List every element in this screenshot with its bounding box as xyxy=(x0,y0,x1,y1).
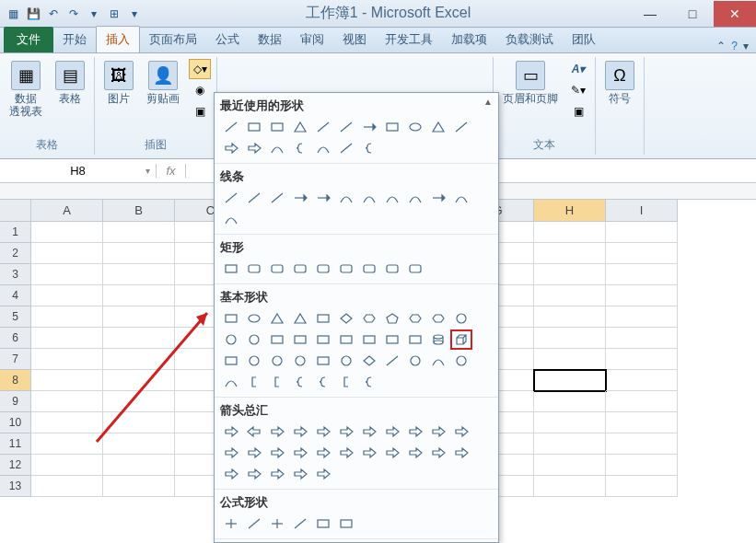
cell-A4[interactable] xyxy=(31,285,103,306)
cell-B4[interactable] xyxy=(103,285,175,306)
cell-H1[interactable] xyxy=(534,222,606,243)
cell-I11[interactable] xyxy=(606,433,678,455)
cell-A11[interactable] xyxy=(31,433,103,455)
tab-team[interactable]: 团队 xyxy=(563,27,605,52)
col-header-I[interactable]: I xyxy=(606,200,678,222)
shape-rarrow[interactable] xyxy=(404,422,426,442)
cell-B11[interactable] xyxy=(103,433,175,455)
shape-rect[interactable] xyxy=(312,329,334,350)
screenshot-button[interactable]: ▣ xyxy=(189,101,211,121)
shapes-button[interactable]: ◇▾ xyxy=(189,59,211,79)
tab-formulas[interactable]: 公式 xyxy=(206,27,249,52)
shape-line[interactable] xyxy=(243,188,265,208)
shape-line[interactable] xyxy=(266,188,288,208)
shape-rarrow[interactable] xyxy=(381,443,403,463)
cell-B2[interactable] xyxy=(103,243,175,264)
panel-scroll-up-icon[interactable]: ▲ xyxy=(483,97,496,110)
shape-rarrow[interactable] xyxy=(358,443,380,463)
cell-B5[interactable] xyxy=(103,306,175,328)
shape-rect[interactable] xyxy=(335,329,357,350)
shape-rrect[interactable] xyxy=(312,259,334,279)
shape-curve[interactable] xyxy=(312,138,334,158)
shape-hex[interactable] xyxy=(427,308,449,329)
shape-rarrow[interactable] xyxy=(335,422,357,442)
shape-rect[interactable] xyxy=(358,329,380,350)
cell-B3[interactable] xyxy=(103,264,175,285)
cell-I3[interactable] xyxy=(606,264,678,285)
smartart-button[interactable]: ◉ xyxy=(189,80,211,100)
shape-rect[interactable] xyxy=(404,329,426,350)
shape-rarrow[interactable] xyxy=(335,443,357,463)
cell-A8[interactable] xyxy=(31,370,103,391)
tab-developer[interactable]: 开发工具 xyxy=(376,27,442,52)
shape-larrow[interactable] xyxy=(243,422,265,442)
tab-home[interactable]: 开始 xyxy=(53,27,96,52)
shape-diamond[interactable] xyxy=(335,308,357,329)
tab-insert[interactable]: 插入 xyxy=(96,26,140,52)
shape-rect[interactable] xyxy=(243,117,265,137)
tab-addins[interactable]: 加载项 xyxy=(442,27,496,52)
shape-rect[interactable] xyxy=(312,514,334,534)
shape-line[interactable] xyxy=(335,117,357,137)
row-header-8[interactable]: 8 xyxy=(0,370,31,391)
shape-rarrow[interactable] xyxy=(427,443,449,463)
shape-rarrow[interactable] xyxy=(289,464,311,484)
cell-A7[interactable] xyxy=(31,349,103,370)
shape-rect[interactable] xyxy=(266,117,288,137)
shape-rarrow[interactable] xyxy=(220,138,242,158)
qa-dropdown-icon[interactable]: ▾ xyxy=(125,5,144,23)
shape-bracket[interactable] xyxy=(266,372,288,392)
shape-rect[interactable] xyxy=(312,351,334,371)
shape-plus[interactable] xyxy=(220,514,242,534)
picture-button[interactable]: 🖼 图片 xyxy=(100,59,137,107)
shape-rarrow[interactable] xyxy=(220,443,242,463)
shape-plus[interactable] xyxy=(266,514,288,534)
help-icon[interactable]: ? xyxy=(731,40,738,52)
tab-pagelayout[interactable]: 页面布局 xyxy=(140,27,206,52)
shape-rarrow[interactable] xyxy=(381,422,403,442)
shape-brace[interactable] xyxy=(289,372,311,392)
shape-line[interactable] xyxy=(312,117,334,137)
cell-B1[interactable] xyxy=(103,222,175,243)
shape-rarrow[interactable] xyxy=(243,138,265,158)
shape-rect[interactable] xyxy=(335,514,357,534)
shape-curve[interactable] xyxy=(335,188,357,208)
shape-rect[interactable] xyxy=(220,351,242,371)
cell-B9[interactable] xyxy=(103,391,175,412)
fx-button[interactable]: fx xyxy=(157,164,186,178)
cell-I6[interactable] xyxy=(606,328,678,349)
shape-rarrow[interactable] xyxy=(404,443,426,463)
shape-curve[interactable] xyxy=(427,351,449,371)
shape-rrect[interactable] xyxy=(335,259,357,279)
shape-curve[interactable] xyxy=(220,209,242,229)
shape-diamond[interactable] xyxy=(358,351,380,371)
shape-tri[interactable] xyxy=(427,117,449,137)
cell-H2[interactable] xyxy=(534,243,606,264)
shape-curve[interactable] xyxy=(358,188,380,208)
cell-B13[interactable] xyxy=(103,476,175,497)
shape-cube[interactable] xyxy=(450,329,472,350)
shape-cyl[interactable] xyxy=(427,329,449,350)
shape-brace[interactable] xyxy=(289,138,311,158)
cell-I9[interactable] xyxy=(606,391,678,412)
shape-circle[interactable] xyxy=(450,308,472,329)
shape-bracket[interactable] xyxy=(335,372,357,392)
shape-circle[interactable] xyxy=(266,351,288,371)
cell-A10[interactable] xyxy=(31,412,103,433)
cell-H8[interactable] xyxy=(534,370,606,391)
shape-circle[interactable] xyxy=(450,351,472,371)
shape-circle[interactable] xyxy=(335,351,357,371)
cell-I10[interactable] xyxy=(606,412,678,433)
shape-rarrow[interactable] xyxy=(358,422,380,442)
shape-curve[interactable] xyxy=(266,138,288,158)
select-all-corner[interactable] xyxy=(0,200,31,222)
shape-rect[interactable] xyxy=(312,308,334,329)
shape-rarrow[interactable] xyxy=(289,422,311,442)
row-header-5[interactable]: 5 xyxy=(0,306,31,328)
cell-H11[interactable] xyxy=(534,433,606,455)
shape-rect[interactable] xyxy=(220,259,242,279)
shape-arrow[interactable] xyxy=(358,117,380,137)
cell-A5[interactable] xyxy=(31,306,103,328)
excel-icon[interactable]: ▦ xyxy=(4,5,22,23)
shape-circle[interactable] xyxy=(243,329,265,350)
